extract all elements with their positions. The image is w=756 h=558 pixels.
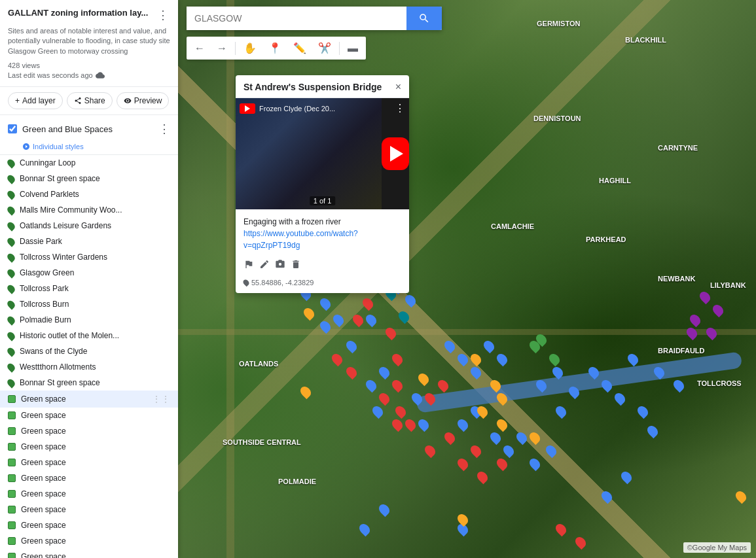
toolbar-cut-btn[interactable]: ✂️: [313, 39, 336, 57]
popup-camera-button[interactable]: [275, 259, 285, 272]
list-item[interactable]: Polmadie Burn: [0, 312, 178, 328]
list-item[interactable]: Green space: [0, 439, 178, 455]
list-item[interactable]: Green space: [0, 408, 178, 423]
item-icon-pin: [6, 252, 16, 262]
list-item[interactable]: Green space: [0, 502, 178, 517]
list-item[interactable]: Swans of the Clyde: [0, 343, 178, 359]
popup-edit-button[interactable]: [259, 259, 270, 272]
list-item[interactable]: Colvend Parklets: [0, 186, 178, 202]
item-icon-square: [8, 427, 16, 435]
sidebar-views: 428 views: [8, 61, 40, 69]
item-icon-square: [8, 443, 16, 451]
list-item[interactable]: Tollcross Winter Gardens: [0, 249, 178, 265]
list-item[interactable]: Green space: [0, 486, 178, 502]
trash-icon: [291, 259, 301, 270]
video-title: Frozen Clyde (Dec 20...: [259, 105, 391, 113]
sidebar-header: GALLANT zoning information lay... ⋮ Site…: [0, 0, 178, 87]
sidebar-meta: 428 views Last edit was seconds ago: [8, 61, 170, 80]
layer-section: Green and Blue Spaces ⋮ Individual style…: [0, 115, 178, 155]
youtube-play-icon: [245, 105, 250, 112]
share-button[interactable]: Share: [67, 92, 113, 109]
layer-title: Green and Blue Spaces: [22, 124, 153, 134]
style-icon: [22, 143, 30, 150]
item-icon-pin: [6, 315, 16, 325]
cloud-icon: [96, 71, 105, 80]
item-icon-pin: [6, 158, 16, 168]
search-button[interactable]: [406, 7, 442, 30]
sidebar-views-row: 428 views: [8, 61, 170, 69]
toolbar-fwd-btn[interactable]: →: [211, 40, 232, 57]
item-icon-pin: [6, 173, 16, 184]
toolbar-marker-btn[interactable]: 📍: [263, 39, 287, 57]
list-item[interactable]: Green space: [0, 533, 178, 549]
layer-checkbox[interactable]: [8, 124, 17, 133]
item-icon-square: [8, 521, 16, 529]
item-icon-pin: [6, 377, 16, 388]
list-item[interactable]: Tollcross Park: [0, 281, 178, 296]
video-more-button[interactable]: ⋮: [395, 102, 405, 114]
list-item[interactable]: Bonnar St green space: [0, 375, 178, 391]
popup-title: St Andrew's Suspension Bridge: [243, 82, 382, 92]
item-icon-pin: [6, 236, 16, 247]
search-icon: [418, 12, 430, 24]
toolbar-hand-btn[interactable]: ✋: [238, 39, 262, 57]
add-layer-button[interactable]: + Add layer: [8, 92, 63, 109]
layer-style-label: Individual styles: [33, 143, 84, 150]
preview-button[interactable]: Preview: [117, 92, 170, 109]
layer-more-button[interactable]: ⋮: [158, 122, 170, 136]
list-item[interactable]: Bonnar St green space: [0, 171, 178, 186]
list-item[interactable]: Cunningar Loop: [0, 155, 178, 171]
sidebar: GALLANT zoning information lay... ⋮ Site…: [0, 0, 178, 558]
layer-items-list: Cunningar Loop Bonnar St green space Col…: [0, 155, 178, 558]
toolbar-separator-2: [339, 42, 340, 55]
video-play-button[interactable]: [382, 137, 409, 170]
toolbar-ruler-btn[interactable]: ▬: [342, 40, 363, 57]
sidebar-edit-row: Last edit was seconds ago: [8, 71, 170, 80]
drag-handle-icon[interactable]: ⋮⋮: [152, 394, 170, 404]
toolbar-draw-btn[interactable]: ✏️: [288, 39, 312, 57]
item-icon-pin: [6, 189, 16, 200]
sidebar-more-button[interactable]: ⋮: [156, 8, 170, 22]
search-input-wrap: [187, 7, 442, 30]
list-item[interactable]: Green space: [0, 423, 178, 439]
item-icon-square: [8, 459, 16, 466]
map-attribution: ©Google My Maps: [683, 542, 751, 553]
item-icon-pin: [6, 205, 16, 215]
popup-actions: [236, 255, 409, 276]
coordinates-text: 55.84886, -4.23829: [251, 279, 314, 287]
camera-icon: [275, 259, 285, 270]
list-item[interactable]: Oatlands Leisure Gardens: [0, 218, 178, 234]
video-counter: 1 of 1: [310, 196, 336, 205]
item-icon-pin: [6, 268, 16, 278]
list-item[interactable]: Historic outlet of the Molen...: [0, 328, 178, 343]
popup-video-area[interactable]: Frozen Clyde (Dec 20... ⋮ 1 of 1: [236, 98, 409, 209]
list-item[interactable]: Green space: [0, 549, 178, 558]
list-item[interactable]: Malls Mire Community Woo...: [0, 202, 178, 218]
list-item[interactable]: Green space: [0, 455, 178, 470]
popup-flag-button[interactable]: [243, 259, 254, 272]
item-icon-square: [8, 474, 16, 482]
item-icon-pin: [6, 283, 16, 294]
search-input[interactable]: [187, 7, 406, 30]
list-item[interactable]: Green space: [0, 470, 178, 486]
list-item[interactable]: Green space: [0, 517, 178, 533]
search-bar: [187, 7, 756, 30]
list-item[interactable]: Glasgow Green: [0, 265, 178, 281]
list-item[interactable]: Dassie Park: [0, 234, 178, 249]
toolbar-separator-1: [235, 42, 236, 55]
item-icon-square: [8, 490, 16, 498]
popup-delete-button[interactable]: [291, 259, 301, 272]
play-triangle-icon: [390, 146, 403, 162]
popup-close-button[interactable]: ×: [395, 82, 401, 92]
list-item-selected[interactable]: Green space ⋮⋮: [0, 391, 178, 408]
item-icon-square: [8, 553, 16, 558]
list-item[interactable]: Tollcross Burn: [0, 296, 178, 312]
item-icon-pin: [6, 362, 16, 372]
list-item[interactable]: Westtthorn Allotments: [0, 359, 178, 375]
popup-header: St Andrew's Suspension Bridge ×: [236, 75, 409, 98]
sidebar-actions: + Add layer Share Preview: [0, 87, 178, 115]
toolbar-back-btn[interactable]: ←: [189, 40, 210, 57]
popup-link[interactable]: https://www.youtube.com/watch?v=qpZrpPT1…: [243, 229, 358, 250]
layer-style[interactable]: Individual styles: [0, 143, 178, 154]
popup-overlay: St Andrew's Suspension Bridge × Frozen C…: [236, 75, 409, 293]
